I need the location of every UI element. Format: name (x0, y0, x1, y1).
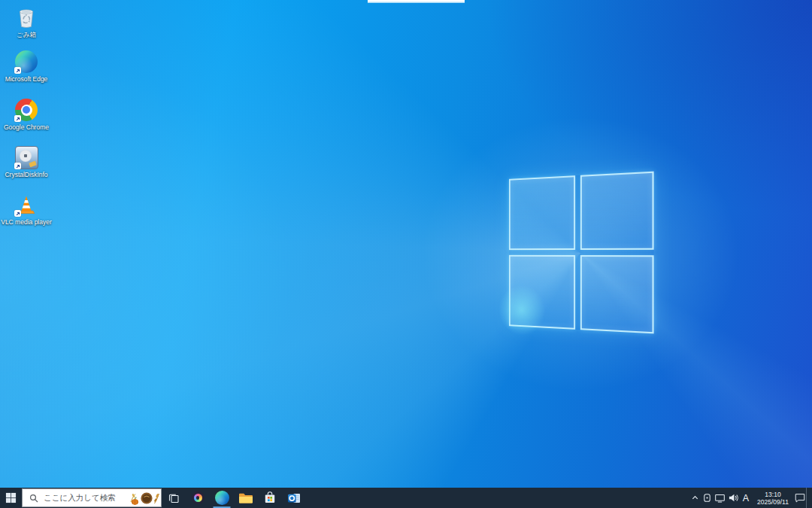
search-icon (29, 494, 38, 503)
desktop-icon-label: ごみ箱 (17, 31, 36, 38)
clock-time: 13:10 (752, 491, 794, 498)
desktop-icon-label: Microsoft Edge (5, 75, 48, 83)
hidden-window-edge[interactable] (368, 0, 465, 3)
taskbar: ここに入力して検索 (0, 488, 812, 508)
outlook-button[interactable] (282, 488, 306, 508)
shortcut-arrow-icon (14, 115, 21, 122)
windows-logo-pane (580, 255, 654, 333)
desktop-icon-label: CrystalDiskInfo (5, 171, 47, 178)
system-tray: A 13:10 2025/09/11 (689, 488, 812, 508)
desktop-wallpaper (0, 0, 812, 508)
google-chrome-icon (14, 98, 38, 122)
outlook-icon (287, 491, 301, 505)
windows-desktop: ごみ箱 Microsoft Edge Google Chrome Crystal… (0, 0, 812, 508)
recycle-bin-icon (14, 5, 38, 29)
ethernet-network-icon (714, 493, 726, 503)
volume-icon (728, 493, 739, 503)
clock-date: 2025/09/11 (752, 498, 794, 506)
search-placeholder: ここに入力して検索 (44, 493, 128, 503)
microsoft-edge-icon (215, 491, 229, 505)
copilot-icon (192, 491, 205, 504)
taskbar-search-box[interactable]: ここに入力して検索 (22, 488, 162, 507)
microsoft-store-button[interactable] (258, 488, 282, 508)
tray-app-button[interactable] (701, 488, 713, 508)
windows-logo-pane (509, 255, 575, 330)
task-view-icon (167, 491, 180, 505)
show-hidden-icons-button[interactable] (689, 488, 701, 508)
desktop-icon-crystaldiskinfo[interactable]: CrystalDiskInfo (2, 145, 51, 178)
windows-logo-icon (5, 492, 17, 503)
copilot-button[interactable] (186, 488, 210, 508)
action-center-button[interactable] (794, 488, 806, 508)
taskbar-clock[interactable]: 13:10 2025/09/11 (752, 490, 794, 506)
file-explorer-icon (238, 492, 253, 504)
crystaldiskinfo-icon (14, 145, 38, 169)
task-view-button[interactable] (162, 488, 186, 508)
tray-app-icon (702, 493, 712, 503)
windows-logo-pane (509, 175, 575, 250)
windows-logo-wallpaper (509, 172, 654, 334)
shortcut-arrow-icon (14, 67, 21, 74)
microsoft-store-icon (263, 491, 277, 504)
windows-logo-pane (580, 172, 654, 250)
desktop-icon-label: Google Chrome (4, 123, 49, 131)
volume-button[interactable] (726, 488, 740, 508)
search-highlights-illustration[interactable] (128, 489, 161, 506)
show-desktop-button[interactable] (806, 488, 812, 508)
desktop-icon-google-chrome[interactable]: Google Chrome (2, 98, 51, 131)
vlc-icon (14, 193, 38, 217)
file-explorer-button[interactable] (234, 488, 258, 508)
microsoft-edge-taskbar-button[interactable] (210, 488, 234, 508)
microsoft-edge-icon (14, 50, 38, 74)
desktop-icon-label: VLC media player (1, 218, 52, 226)
desktop-icon-vlc-media-player[interactable]: VLC media player (2, 193, 51, 226)
shortcut-arrow-icon (14, 163, 21, 169)
shortcut-arrow-icon (14, 210, 21, 217)
desktop-icon-microsoft-edge[interactable]: Microsoft Edge (2, 50, 51, 83)
network-button[interactable] (713, 488, 726, 508)
desktop-icon-recycle-bin[interactable]: ごみ箱 (2, 5, 51, 38)
chevron-up-icon (691, 494, 699, 502)
action-center-icon (794, 492, 806, 503)
start-button[interactable] (0, 488, 22, 508)
ime-mode-indicator[interactable]: A (740, 488, 752, 508)
